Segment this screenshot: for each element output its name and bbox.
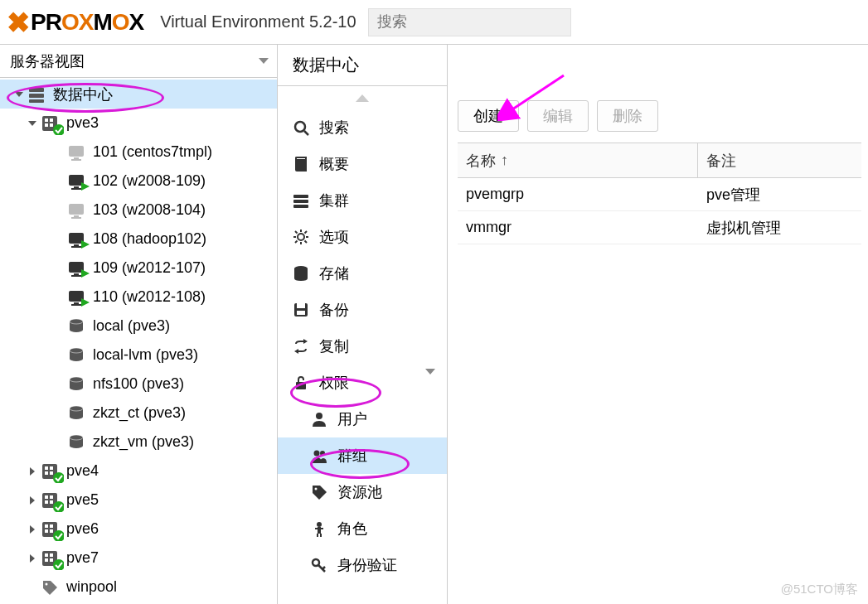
save-icon — [289, 301, 313, 319]
edit-button[interactable]: 编辑 — [527, 100, 589, 132]
tree-vm[interactable]: 102 (w2008-109) — [0, 167, 277, 196]
cell-name: vmmgr — [466, 219, 706, 236]
expander-icon[interactable] — [13, 92, 25, 97]
tree-vm[interactable]: 103 (w2008-104) — [0, 196, 277, 225]
vm-icon — [65, 288, 88, 307]
storage-icon — [65, 404, 88, 423]
vm-icon — [65, 172, 88, 191]
expander-icon[interactable] — [27, 525, 38, 534]
vm-icon — [65, 259, 88, 278]
chevron-up-icon — [356, 94, 369, 102]
global-search-input[interactable] — [368, 8, 571, 36]
vm-icon — [65, 143, 88, 162]
node-icon — [38, 462, 61, 481]
users-icon — [308, 447, 331, 465]
toolbar: 创建 编辑 删除 — [458, 96, 861, 136]
svg-marker-49 — [81, 182, 90, 191]
menu-roles[interactable]: 角色 — [278, 510, 447, 547]
resource-tree: 数据中心 pve3 101 (centos7tmpl) 102 (w2008-1… — [0, 78, 277, 604]
cluster-icon — [289, 191, 313, 210]
tree-node-pve4[interactable]: pve4 — [0, 457, 277, 486]
watermark: @51CTO博客 — [781, 582, 858, 597]
tree-pool-winpool[interactable]: winpool — [0, 573, 277, 602]
svg-marker-52 — [81, 298, 90, 307]
panel-title: 数据中心 — [278, 45, 447, 86]
vm-icon — [65, 201, 88, 220]
proxmox-logo: ✖PROXMOX — [7, 6, 143, 39]
node-icon — [38, 520, 61, 539]
config-nav-panel: 数据中心 搜索 概要 集群 选项 存储 备份 复制 权限 用户 群组 资源池 角… — [278, 45, 448, 604]
role-icon — [308, 519, 331, 538]
app-header: ✖PROXMOX Virtual Environment 5.2-10 — [0, 0, 868, 45]
menu-pools[interactable]: 资源池 — [278, 474, 447, 510]
storage-icon — [65, 433, 88, 452]
cell-note: 虚拟机管理 — [706, 218, 861, 238]
gear-icon — [289, 228, 313, 246]
menu-auth[interactable]: 身份验证 — [278, 547, 447, 583]
svg-marker-51 — [81, 269, 90, 278]
tree-node-pve7[interactable]: pve7 — [0, 544, 277, 573]
env-version: Virtual Environment 5.2-10 — [160, 12, 356, 31]
table-row[interactable]: pvemgrp pve管理 — [458, 178, 861, 211]
column-header-note[interactable]: 备注 — [698, 151, 861, 171]
tag-icon — [308, 483, 331, 501]
chevron-down-icon — [259, 58, 269, 64]
node-icon — [38, 491, 61, 510]
tree-storage[interactable]: nfs100 (pve3) — [0, 370, 277, 399]
lock-icon — [289, 374, 313, 392]
pool-icon — [38, 578, 61, 597]
view-selector[interactable]: 服务器视图 — [0, 45, 277, 78]
tree-vm[interactable]: 101 (centos7tmpl) — [0, 138, 277, 167]
create-button[interactable]: 创建 — [458, 100, 519, 132]
menu-replication[interactable]: 复制 — [278, 328, 447, 365]
tree-node-pve3[interactable]: pve3 — [0, 109, 277, 138]
content-panel: 创建 编辑 删除 名称 备注 pvemgrp pve管理 vmmgr 虚拟机管理 — [448, 45, 868, 604]
tree-node-pve5[interactable]: pve5 — [0, 486, 277, 515]
menu-cluster[interactable]: 集群 — [278, 182, 447, 219]
expander-icon[interactable] — [27, 121, 38, 126]
vm-icon — [65, 230, 88, 249]
node-icon — [38, 549, 61, 568]
tree-vm[interactable]: 108 (hadoop102) — [0, 225, 277, 254]
chevron-down-icon — [425, 374, 435, 392]
tree-storage[interactable]: local (pve3) — [0, 312, 277, 341]
groups-table: 名称 备注 pvemgrp pve管理 vmmgr 虚拟机管理 — [458, 143, 861, 244]
search-icon — [289, 118, 313, 137]
menu-summary[interactable]: 概要 — [278, 146, 447, 182]
tree-vm[interactable]: 109 (w2012-107) — [0, 254, 277, 283]
storage-icon — [65, 317, 88, 336]
book-icon — [289, 155, 313, 173]
resource-tree-panel: 服务器视图 数据中心 pve3 101 (centos7tmpl) 102 (w… — [0, 45, 278, 604]
menu-backup[interactable]: 备份 — [278, 292, 447, 328]
menu-storage[interactable]: 存储 — [278, 255, 447, 292]
tree-datacenter[interactable]: 数据中心 — [0, 80, 277, 109]
storage-icon — [65, 375, 88, 394]
datacenter-icon — [25, 85, 48, 104]
view-selector-label: 服务器视图 — [10, 51, 85, 71]
tree-storage[interactable]: local-lvm (pve3) — [0, 341, 277, 370]
expander-icon[interactable] — [27, 554, 38, 563]
table-row[interactable]: vmmgr 虚拟机管理 — [458, 211, 861, 244]
collapse-up-button[interactable] — [278, 86, 447, 109]
tree-storage[interactable]: zkzt_vm (pve3) — [0, 428, 277, 457]
column-header-name[interactable]: 名称 — [458, 143, 698, 177]
menu-users[interactable]: 用户 — [278, 401, 447, 437]
tree-node-pve6[interactable]: pve6 — [0, 515, 277, 544]
expander-icon[interactable] — [27, 467, 38, 476]
cell-name: pvemgrp — [466, 186, 706, 203]
menu-permissions[interactable]: 权限 — [278, 365, 447, 401]
storage-icon — [65, 346, 88, 365]
node-icon — [38, 114, 61, 133]
tree-vm[interactable]: 110 (w2012-108) — [0, 283, 277, 312]
key-icon — [308, 556, 331, 574]
user-icon — [308, 410, 331, 428]
disk-icon — [289, 264, 313, 283]
cell-note: pve管理 — [706, 185, 861, 205]
replication-icon — [289, 337, 313, 355]
expander-icon[interactable] — [27, 496, 38, 505]
menu-search[interactable]: 搜索 — [278, 109, 447, 146]
delete-button[interactable]: 删除 — [597, 100, 658, 132]
menu-options[interactable]: 选项 — [278, 219, 447, 255]
tree-storage[interactable]: zkzt_ct (pve3) — [0, 399, 277, 428]
menu-groups[interactable]: 群组 — [278, 437, 447, 474]
